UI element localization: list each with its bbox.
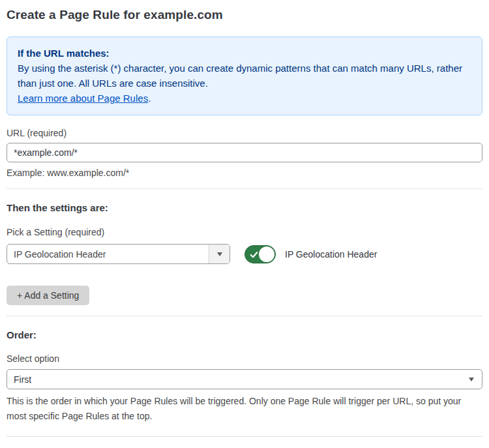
setting-row: IP Geolocation Header IP Geolocation Hea… [7,244,482,264]
pick-setting-dropdown-button[interactable] [209,245,230,263]
order-select[interactable]: First [7,369,482,389]
link-punctuation: . [148,93,151,104]
order-section-heading: Order: [7,329,482,340]
pick-setting-label: Pick a Setting (required) [7,227,482,237]
order-help-text: This is the order in which your Page Rul… [7,394,482,424]
check-icon [250,250,258,259]
chevron-down-icon [469,378,474,381]
divider [7,188,482,189]
ip-geolocation-toggle-group: IP Geolocation Header [244,245,377,263]
url-input[interactable] [7,143,482,162]
info-box-link-line: Learn more about Page Rules. [18,91,471,106]
info-box-body: By using the asterisk (*) character, you… [18,61,471,91]
settings-section-heading: Then the settings are: [7,202,482,213]
order-selected-value: First [14,374,31,385]
toggle-knob [259,246,274,262]
pick-setting-select[interactable]: IP Geolocation Header [7,244,230,264]
learn-more-link[interactable]: Learn more about Page Rules [18,93,148,104]
create-page-rule-form: Create a Page Rule for example.com If th… [0,0,489,448]
add-setting-button[interactable]: + Add a Setting [7,286,89,305]
info-box-heading: If the URL matches: [18,46,471,61]
divider [7,436,482,437]
page-title: Create a Page Rule for example.com [7,8,482,22]
pick-setting-selected-value: IP Geolocation Header [7,245,209,263]
ip-geolocation-toggle[interactable] [244,245,276,263]
chevron-down-icon [217,252,222,256]
url-example-text: Example: www.example.com/* [7,168,482,178]
url-matches-info-box: If the URL matches: By using the asteris… [7,37,482,115]
divider [7,316,482,316]
ip-geolocation-toggle-label: IP Geolocation Header [285,249,377,260]
order-select-label: Select option [7,353,482,364]
url-field-label: URL (required) [7,128,482,138]
